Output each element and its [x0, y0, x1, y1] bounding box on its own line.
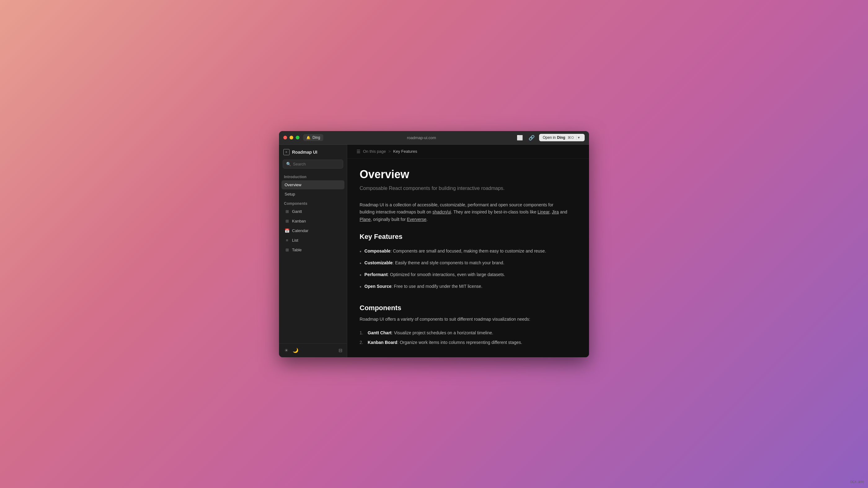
sidebar-item-overview[interactable]: Overview [281, 180, 344, 189]
breadcrumb-current: Key Features [393, 149, 417, 154]
sidebar-item-setup[interactable]: Setup [281, 190, 344, 199]
search-icon: 🔍 [286, 162, 291, 166]
search-input[interactable] [293, 162, 345, 166]
watermark: DEX 演刊 [850, 480, 864, 484]
kanban-icon: ⊞ [285, 219, 289, 224]
setup-label: Setup [285, 192, 295, 196]
main-content: ☰ On this page > Key Features Overview C… [347, 145, 589, 357]
titlebar-right: ⬜ 🔗 Open in Ding ⌘O ▾ [516, 134, 585, 142]
sidebar-item-gantt[interactable]: ⊞ Gantt [281, 207, 344, 216]
content-body: Overview Composable React components for… [347, 159, 580, 357]
nav-section-components: Components [281, 199, 344, 207]
close-button[interactable] [283, 136, 287, 139]
theme-toggles: ☀ 🌙 [283, 347, 300, 354]
components-list: Gantt Chart: Visualize project schedules… [360, 328, 567, 347]
list-icon: ≡ [285, 238, 289, 243]
sidebar-nav: Introduction Overview Setup Components ⊞… [279, 172, 347, 343]
light-mode-button[interactable]: ☀ [283, 347, 289, 354]
component-gantt: Gantt Chart: Visualize project schedules… [360, 328, 567, 338]
components-title: Components [360, 304, 567, 312]
body: ≡ Roadmap UI 🔍 ⌘ K Introduction Overview [279, 145, 589, 357]
maximize-button[interactable] [296, 136, 300, 139]
tab-label: Ding [312, 135, 320, 140]
browser-tab[interactable]: 🔔 Ding [303, 134, 323, 141]
eververse-link[interactable]: Eververse [407, 217, 427, 222]
breadcrumb-menu-icon: ☰ [356, 149, 361, 154]
feature-performant: Performant: Optimized for smooth interac… [360, 269, 567, 281]
browser-window: 🔔 Ding roadmap-ui.com ⬜ 🔗 Open in Ding ⌘… [279, 131, 589, 357]
jira-link[interactable]: Jira [552, 209, 559, 215]
linear-link[interactable]: Linear [537, 209, 549, 215]
components-description: Roadmap UI offers a variety of component… [360, 316, 567, 323]
feature-performant-text: Performant: Optimized for smooth interac… [365, 271, 505, 278]
brand-title: Roadmap UI [292, 150, 317, 155]
component-gantt-text: Gantt Chart: Visualize project schedules… [368, 330, 493, 336]
search-box[interactable]: 🔍 ⌘ K [283, 160, 343, 168]
title-bar: 🔔 Ding roadmap-ui.com ⬜ 🔗 Open in Ding ⌘… [279, 131, 589, 145]
dark-mode-button[interactable]: 🌙 [292, 347, 300, 354]
component-kanban-text: Kanban Board: Organize work items into c… [368, 339, 522, 346]
component-kanban: Kanban Board: Organize work items into c… [360, 338, 567, 347]
page-title: Overview [360, 168, 567, 181]
table-label: Table [292, 248, 302, 252]
sidebar-footer: ☀ 🌙 ⊟ [279, 343, 347, 357]
sidebar-item-calendar[interactable]: 📅 Calendar [281, 226, 344, 235]
feature-composable-text: Composable: Components are small and foc… [365, 248, 546, 254]
list-label: List [292, 238, 298, 242]
traffic-lights [283, 136, 300, 139]
plane-link[interactable]: Plane [360, 217, 371, 222]
feature-composable: Composable: Components are small and foc… [360, 246, 567, 258]
breadcrumb-prefix: On this page [363, 149, 386, 154]
open-kbd: ⌘O [568, 136, 574, 140]
table-icon: ⊞ [285, 248, 289, 253]
sidebar-header: ≡ Roadmap UI [279, 145, 347, 158]
breadcrumb: ☰ On this page > Key Features [347, 145, 589, 159]
tab-icon: 🔔 [306, 136, 311, 140]
feature-open-source-text: Open Source: Free to use and modify unde… [365, 283, 483, 290]
minimize-button[interactable] [289, 136, 293, 139]
feature-customizable: Customizable: Easily theme and style com… [360, 258, 567, 269]
breadcrumb-separator: > [389, 149, 391, 154]
features-list: Composable: Components are small and foc… [360, 246, 567, 293]
sidebar-item-kanban[interactable]: ⊞ Kanban [281, 217, 344, 226]
sidebar-item-list[interactable]: ≡ List [281, 236, 344, 245]
layout-toggle-button[interactable]: ⊟ [339, 348, 343, 353]
overview-label: Overview [285, 183, 301, 187]
page-subtitle: Composable React components for building… [360, 185, 567, 192]
brand-icon: ≡ [283, 149, 289, 155]
dropdown-arrow-icon[interactable]: ▾ [576, 135, 581, 140]
nav-section-introduction: Introduction [281, 172, 344, 180]
open-label: Open in [543, 135, 556, 140]
feature-open-source: Open Source: Free to use and modify unde… [360, 281, 567, 293]
url-bar[interactable]: roadmap-ui.com [328, 135, 516, 140]
features-title: Key Features [360, 233, 567, 241]
open-in-app-button[interactable]: Open in Ding ⌘O ▾ [539, 134, 585, 141]
sidebar: ≡ Roadmap UI 🔍 ⌘ K Introduction Overview [279, 145, 347, 357]
gantt-icon: ⊞ [285, 209, 289, 214]
calendar-icon: 📅 [285, 228, 289, 233]
calendar-label: Calendar [292, 228, 308, 233]
open-app-name: Ding [557, 135, 565, 140]
gantt-label: Gantt [292, 209, 302, 214]
link-icon[interactable]: 🔗 [527, 134, 536, 142]
page-description: Roadmap UI is a collection of accessible… [360, 201, 567, 223]
feature-customizable-text: Customizable: Easily theme and style com… [365, 260, 504, 266]
share-icon[interactable]: ⬜ [516, 134, 524, 142]
shadcn-link[interactable]: shadcn/ui [432, 209, 451, 215]
sidebar-item-table[interactable]: ⊞ Table [281, 246, 344, 255]
kanban-label: Kanban [292, 219, 306, 223]
